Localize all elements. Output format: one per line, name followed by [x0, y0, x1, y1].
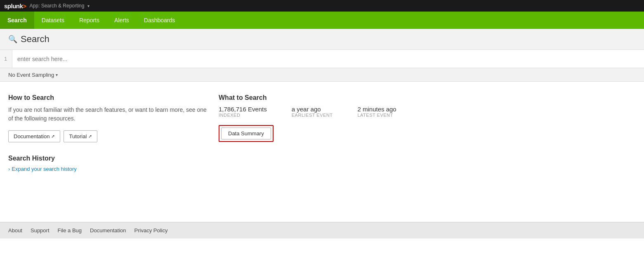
expand-history-label: Expand your search history — [12, 166, 77, 172]
nav-item-reports[interactable]: Reports — [72, 12, 107, 29]
tutorial-label: Tutorial — [69, 133, 87, 139]
events-label: INDEXED — [219, 113, 267, 118]
app-label: App: Search & Reporting — [30, 3, 85, 9]
top-bar: splunk> App: Search & Reporting ▾ — [0, 0, 644, 12]
right-column: What to Search 1,786,716 Events INDEXED … — [219, 94, 636, 172]
earliest-value: a year ago — [292, 106, 333, 113]
event-sampling-label: No Event Sampling — [8, 72, 54, 78]
search-input[interactable] — [12, 50, 644, 68]
events-stat: 1,786,716 Events INDEXED — [219, 106, 267, 118]
content-grid: How to Search If you are not familiar wi… — [8, 94, 636, 172]
footer-link-file-a-bug[interactable]: File a Bug — [58, 227, 82, 234]
expand-search-history-link[interactable]: › Expand your search history — [8, 166, 77, 172]
event-sampling-bar: No Event Sampling ▾ — [0, 68, 644, 82]
event-sampling-caret-icon: ▾ — [56, 73, 58, 77]
search-history-title: Search History — [8, 155, 210, 162]
latest-event-stat: 2 minutes ago LATEST EVENT — [357, 106, 396, 118]
latest-value: 2 minutes ago — [357, 106, 396, 113]
how-to-search-description: If you are not familiar with the search … — [8, 106, 210, 123]
splunk-logo: splunk> — [4, 2, 26, 9]
search-icon: 🔍 — [8, 35, 17, 44]
earliest-event-stat: a year ago EARLIEST EVENT — [292, 106, 333, 118]
nav-bar: Search Datasets Reports Alerts Dashboard… — [0, 12, 644, 29]
events-value: 1,786,716 Events — [219, 106, 267, 113]
search-bar-area: 1 — [0, 50, 644, 68]
page-title-bar: 🔍 Search — [0, 29, 644, 50]
footer-link-documentation[interactable]: Documentation — [90, 227, 126, 234]
page-title: Search — [21, 34, 50, 45]
app-dropdown-arrow-icon[interactable]: ▾ — [87, 4, 90, 8]
footer-link-privacy-policy[interactable]: Privacy Policy — [134, 227, 168, 234]
earliest-label: EARLIEST EVENT — [292, 113, 333, 118]
footer-link-support[interactable]: Support — [31, 227, 50, 234]
data-summary-button[interactable]: Data Summary — [221, 127, 271, 139]
latest-label: LATEST EVENT — [357, 113, 396, 118]
documentation-button[interactable]: Documentation ➚ — [8, 130, 60, 142]
documentation-external-icon: ➚ — [51, 134, 55, 139]
footer: About Support File a Bug Documentation P… — [0, 222, 644, 238]
documentation-label: Documentation — [14, 133, 50, 139]
nav-item-datasets[interactable]: Datasets — [34, 12, 72, 29]
how-to-search-buttons: Documentation ➚ Tutorial ➚ — [8, 130, 210, 142]
footer-link-about[interactable]: About — [8, 227, 22, 234]
nav-item-search[interactable]: Search — [0, 12, 34, 29]
how-to-search-title: How to Search — [8, 94, 210, 101]
tutorial-external-icon: ➚ — [88, 134, 92, 139]
event-sampling-dropdown[interactable]: No Event Sampling ▾ — [8, 72, 58, 78]
tutorial-button[interactable]: Tutorial ➚ — [64, 130, 97, 142]
left-column: How to Search If you are not familiar wi… — [8, 94, 210, 172]
stats-row: 1,786,716 Events INDEXED a year ago EARL… — [219, 106, 636, 118]
nav-item-alerts[interactable]: Alerts — [107, 12, 137, 29]
search-line-number: 1 — [0, 50, 12, 68]
expand-history-caret-icon: › — [8, 166, 10, 172]
nav-item-dashboards[interactable]: Dashboards — [137, 12, 183, 29]
main-content: How to Search If you are not familiar wi… — [0, 82, 644, 222]
data-summary-highlight: Data Summary — [219, 125, 274, 142]
what-to-search-title: What to Search — [219, 94, 636, 101]
